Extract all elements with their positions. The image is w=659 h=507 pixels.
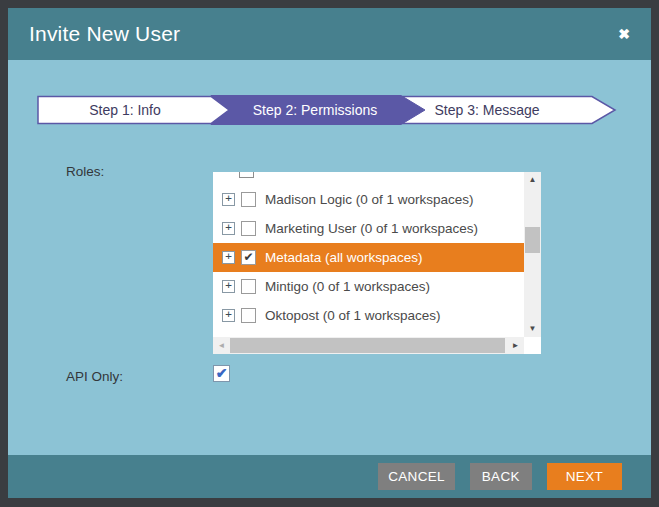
expand-icon[interactable]: +: [222, 251, 235, 264]
partial-row-checkbox[interactable]: [239, 172, 254, 178]
dialog-header: Invite New User ✖: [8, 8, 651, 60]
role-row[interactable]: + Mintigo (0 of 1 workspaces): [213, 272, 524, 301]
role-label: Metadata (all workspaces): [265, 250, 423, 265]
role-label: Marketing User (0 of 1 workspaces): [265, 221, 478, 236]
role-checkbox[interactable]: [241, 279, 256, 294]
scroll-up-icon[interactable]: ▲: [524, 172, 541, 188]
dialog-footer: CANCEL BACK NEXT: [8, 455, 651, 498]
vertical-scrollbar[interactable]: ▲ ▼: [524, 172, 541, 337]
roles-list[interactable]: + Madison Logic (0 of 1 workspaces) + Ma…: [213, 172, 541, 354]
horizontal-scrollbar[interactable]: ◄ ►: [213, 337, 524, 354]
roles-rows: + Madison Logic (0 of 1 workspaces) + Ma…: [213, 185, 524, 330]
role-checkbox[interactable]: [241, 308, 256, 323]
role-checkbox[interactable]: [241, 221, 256, 236]
scroll-left-icon[interactable]: ◄: [213, 337, 230, 353]
role-label: Oktopost (0 of 1 workspaces): [265, 308, 441, 323]
role-label: Mintigo (0 of 1 workspaces): [265, 279, 430, 294]
api-only-checkbox[interactable]: ✔: [213, 365, 230, 382]
expand-icon[interactable]: +: [222, 193, 235, 206]
close-button[interactable]: ✖: [618, 27, 630, 41]
next-button[interactable]: NEXT: [547, 463, 622, 490]
expand-icon[interactable]: +: [222, 222, 235, 235]
dialog-title: Invite New User: [29, 22, 180, 46]
scroll-down-icon[interactable]: ▼: [524, 321, 541, 337]
wizard-step-2[interactable]: Step 2: Permissions: [211, 96, 425, 125]
check-icon: ✔: [216, 365, 228, 381]
wizard-step-3[interactable]: Step 3: Message: [403, 97, 615, 124]
wizard-steps: Step 3: Message Step 2: Permissions Step…: [37, 95, 622, 125]
wizard-step-1-label: Step 1: Info: [89, 102, 161, 118]
invite-new-user-dialog: Invite New User ✖ Step 3: Message Step 2…: [8, 8, 651, 498]
role-checkbox[interactable]: [241, 192, 256, 207]
vertical-scrollbar-thumb[interactable]: [525, 227, 540, 253]
roles-label: Roles:: [66, 164, 104, 179]
role-row[interactable]: + Oktopost (0 of 1 workspaces): [213, 301, 524, 330]
api-only-label: API Only:: [66, 369, 123, 384]
role-label: Madison Logic (0 of 1 workspaces): [265, 192, 474, 207]
roles-list-content: + Madison Logic (0 of 1 workspaces) + Ma…: [213, 172, 524, 337]
cancel-button[interactable]: CANCEL: [378, 463, 455, 490]
role-row[interactable]: + Marketing User (0 of 1 workspaces): [213, 214, 524, 243]
horizontal-scrollbar-thumb[interactable]: [230, 338, 505, 353]
expand-icon[interactable]: +: [222, 309, 235, 322]
wizard-step-2-label: Step 2: Permissions: [253, 102, 378, 118]
role-row[interactable]: + Madison Logic (0 of 1 workspaces): [213, 185, 524, 214]
close-icon: ✖: [618, 26, 630, 42]
expand-icon[interactable]: +: [222, 280, 235, 293]
dialog-body: Step 3: Message Step 2: Permissions Step…: [8, 60, 651, 455]
role-row[interactable]: + ✔ Metadata (all workspaces): [213, 243, 524, 272]
role-checkbox[interactable]: ✔: [241, 250, 256, 265]
scroll-right-icon[interactable]: ►: [507, 337, 524, 353]
wizard-step-3-label: Step 3: Message: [434, 102, 539, 118]
scrollbar-corner: [524, 337, 541, 354]
wizard-step-1[interactable]: Step 1: Info: [38, 97, 229, 124]
back-button[interactable]: BACK: [470, 463, 532, 490]
